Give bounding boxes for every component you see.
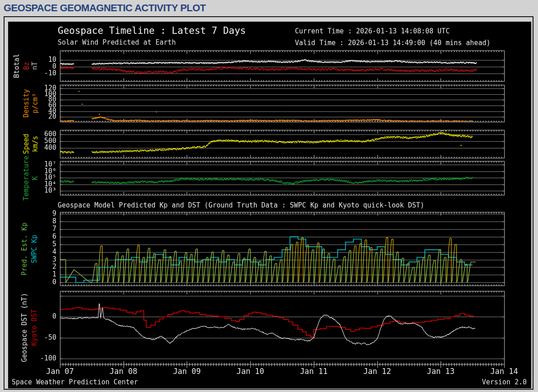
plot-area: Geospace Timeline : Latest 7 Days Curren… — [8, 22, 531, 388]
kp-dst-section-title: Geospace Model Predicted Kp and DST (Gro… — [58, 201, 424, 209]
plot-frame: Geospace Timeline : Latest 7 Days Curren… — [4, 16, 533, 390]
y-tick-label-kp: 0 — [22, 278, 56, 286]
axis-title-temperature: K — [31, 176, 39, 180]
x-axis-label: Jan 11 — [294, 367, 334, 376]
current-time-label: Current Time : 2026-01-13 14:08:08 UTC — [295, 27, 450, 35]
axis-title-speed: Speed — [22, 134, 30, 154]
axis-title-density: Density — [22, 89, 30, 117]
footer-version: Version 2.0 — [482, 378, 527, 386]
x-axis-label: Jan 12 — [357, 367, 398, 376]
x-axis-label: Jan 09 — [166, 367, 207, 376]
x-axis-label: Jan 10 — [230, 367, 271, 376]
axis-title-kp: Pred. Est. Kp — [20, 222, 28, 275]
axis-title-kp: SWPC Kp — [30, 235, 38, 263]
solar-wind-subtitle: Solar Wind Predicted at Earth — [58, 38, 176, 46]
axis-title-speed: km/s — [31, 136, 39, 152]
valid-time-label: Valid Time : 2026-01-13 14:49:00 (40 min… — [295, 39, 490, 47]
axis-title-dst: Geospace DST (nT) — [20, 293, 28, 362]
axis-title-imf: Bz — [23, 62, 31, 70]
x-axis-label: Jan 14 — [484, 367, 524, 376]
y-tick-label-imf: -10 — [22, 69, 56, 77]
x-axis-label: Jan 08 — [103, 367, 144, 376]
footer-swpc: Space Weather Prediction Center — [12, 378, 138, 386]
x-axis-label: Jan 13 — [420, 367, 461, 376]
axis-title-imf: nT — [31, 62, 39, 70]
axis-title-density: p/cm³ — [31, 93, 39, 113]
x-axis-label: Jan 07 — [40, 367, 80, 376]
page: { "page": { "header": "GEOSPACE GEOMAGNE… — [0, 0, 538, 392]
page-title: GEOSPACE GEOMAGNETIC ACTIVITY PLOT — [4, 2, 206, 14]
axis-title-dst: Kyoto DST — [30, 309, 38, 346]
axis-title-temperature: Temperature — [22, 156, 30, 200]
axis-title-imf: Btotal — [13, 54, 21, 78]
y-tick-label-kp: 9 — [22, 209, 56, 217]
plot-main-title: Geospace Timeline : Latest 7 Days — [58, 25, 246, 36]
